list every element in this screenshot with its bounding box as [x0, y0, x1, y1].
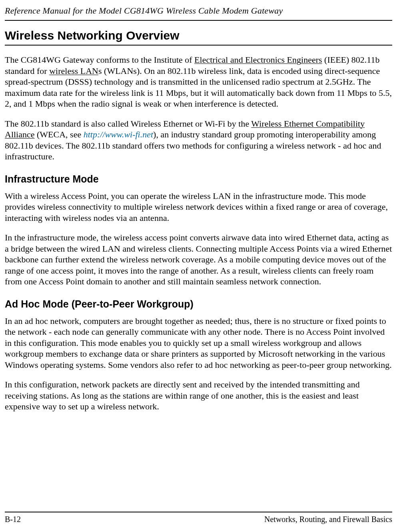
- subsection-title-infrastructure: Infrastructure Mode: [5, 173, 392, 185]
- page-number: B-12: [5, 515, 21, 524]
- text-run: The 802.11b standard is also called Wire…: [5, 119, 251, 129]
- chapter-title: Networks, Routing, and Firewall Basics: [264, 515, 392, 524]
- adhoc-paragraph-2: In this configuration, network packets a…: [5, 379, 392, 412]
- adhoc-paragraph-1: In an ad hoc network, computers are brou…: [5, 316, 392, 371]
- subsection-title-adhoc: Ad Hoc Mode (Peer-to-Peer Workgroup): [5, 298, 392, 310]
- infrastructure-paragraph-2: In the infrastructure mode, the wireless…: [5, 232, 392, 287]
- page-footer: B-12 Networks, Routing, and Firewall Bas…: [5, 512, 392, 524]
- wifi-link[interactable]: http://www.wi-fi.net: [84, 129, 153, 139]
- overview-paragraph-1: The CG814WG Gateway conforms to the Inst…: [5, 54, 392, 109]
- text-run: (WECA, see: [35, 129, 84, 139]
- text-run: The CG814WG Gateway conforms to the Inst…: [5, 55, 194, 65]
- overview-paragraph-2: The 802.11b standard is also called Wire…: [5, 118, 392, 162]
- header-rule: [5, 20, 392, 21]
- running-header: Reference Manual for the Model CG814WG W…: [5, 6, 392, 20]
- glossary-term-ieee: Electrical and Electronics Engineers: [194, 55, 322, 65]
- footer-rule: [5, 512, 392, 512]
- page-container: Reference Manual for the Model CG814WG W…: [0, 0, 397, 532]
- footer-row: B-12 Networks, Routing, and Firewall Bas…: [5, 515, 392, 524]
- section-title-overview: Wireless Networking Overview: [5, 29, 392, 46]
- glossary-term-wlan: wireless LAN: [49, 66, 98, 76]
- infrastructure-paragraph-1: With a wireless Access Point, you can op…: [5, 191, 392, 224]
